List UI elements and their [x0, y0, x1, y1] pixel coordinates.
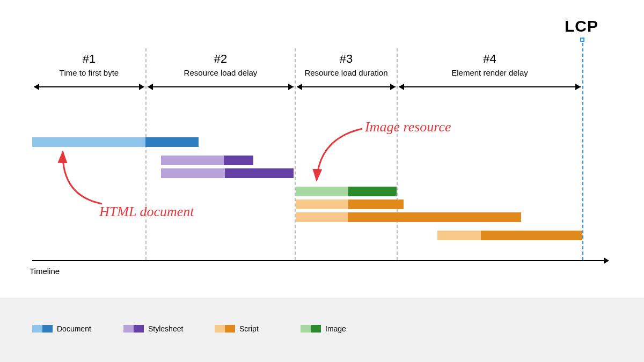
divider-3 [397, 48, 398, 260]
lcp-marker-icon [580, 38, 584, 42]
legend-script: Script [215, 324, 259, 333]
bar-image [296, 187, 397, 196]
phase-4-title: Element render delay [397, 68, 582, 77]
bar-script-3 [437, 231, 582, 240]
legend-swatch-image [301, 325, 321, 333]
phase-3-number: #3 [295, 52, 397, 66]
phase-4-number: #4 [397, 52, 582, 66]
legend-label: Image [325, 324, 346, 333]
bar-stylesheet-1 [161, 156, 253, 165]
lcp-dashed-line [582, 43, 583, 260]
bar-stylesheet-2 [161, 168, 294, 178]
bar-script-1 [296, 200, 404, 209]
timeline-axis [32, 260, 604, 261]
phase-4-header: #4 Element render delay [397, 52, 582, 77]
legend-label: Document [57, 324, 91, 333]
timeline-label: Timeline [30, 267, 60, 276]
legend-label: Stylesheet [148, 324, 183, 333]
bar-document [32, 137, 199, 147]
image-res-arrow-icon [311, 128, 386, 187]
legend-image: Image [301, 324, 346, 333]
legend-swatch-document [32, 325, 53, 333]
phase-1-title: Time to first byte [32, 68, 146, 77]
lcp-heading: LCP [565, 17, 598, 35]
divider-1 [145, 48, 147, 260]
image-res-annotation: Image resource [365, 119, 451, 135]
phase-3-bracket [297, 83, 396, 91]
legend-swatch-script [215, 325, 235, 333]
phase-1-bracket [34, 83, 144, 91]
phase-3-header: #3 Resource load duration [295, 52, 397, 77]
phase-2-number: #2 [146, 52, 295, 66]
legend-label: Script [239, 324, 259, 333]
phase-1-header: #1 Time to first byte [32, 52, 146, 77]
html-doc-arrow-icon [51, 147, 126, 212]
phase-3-title: Resource load duration [295, 68, 397, 77]
phase-1-number: #1 [32, 52, 146, 66]
timeline-arrow-icon [604, 257, 609, 264]
legend-swatch-stylesheet [123, 325, 144, 333]
html-doc-annotation: HTML document [99, 204, 194, 220]
phase-2-header: #2 Resource load delay [146, 52, 295, 77]
legend-document: Document [32, 324, 91, 333]
legend-stylesheet: Stylesheet [123, 324, 183, 333]
phase-2-bracket [148, 83, 294, 91]
bar-script-2 [296, 212, 521, 222]
phase-4-bracket [399, 83, 581, 91]
phase-2-title: Resource load delay [146, 68, 295, 77]
divider-2 [295, 48, 296, 260]
